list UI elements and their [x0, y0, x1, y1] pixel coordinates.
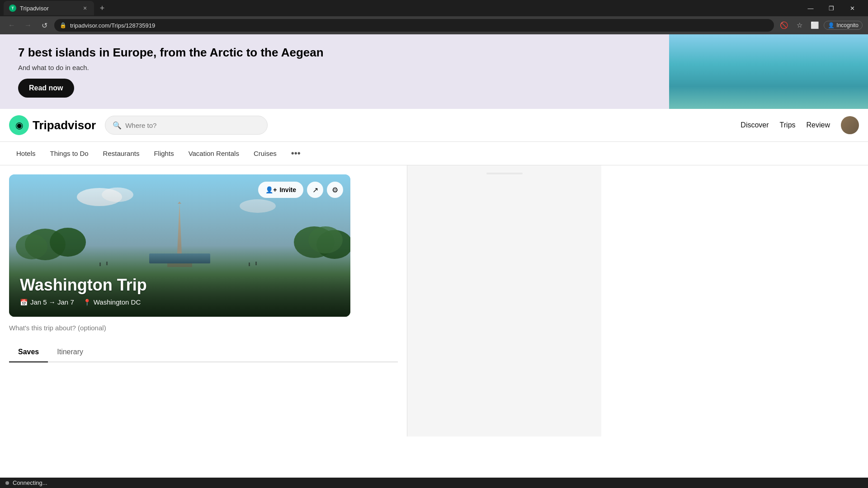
pin-icon: 📍	[83, 299, 91, 306]
banner-headline: 7 best islands in Europe, from the Arcti…	[18, 46, 651, 60]
incognito-label: Incognito	[836, 22, 859, 28]
nav-item-flights[interactable]: Flights	[146, 143, 181, 164]
incognito-badge[interactable]: 👤 Incognito	[824, 21, 863, 30]
trip-location-meta: 📍 Washington DC	[83, 298, 141, 306]
user-avatar[interactable]	[841, 116, 859, 134]
trip-tabs: Saves Itinerary	[9, 343, 398, 362]
tab-close-button[interactable]: ×	[81, 5, 89, 12]
trip-description-text: What's this trip about? (optional)	[9, 324, 106, 332]
no-camera-icon[interactable]: 🚫	[778, 19, 790, 32]
search-icon: 🔍	[113, 121, 122, 130]
article-banner: 7 best islands in Europe, from the Arcti…	[0, 34, 868, 109]
invite-button[interactable]: 👤+ Invite	[258, 182, 303, 198]
invite-label: Invite	[279, 186, 296, 193]
window-minimize-button[interactable]: —	[800, 0, 821, 16]
header-nav: Discover Trips Review	[741, 116, 859, 134]
tab-title: Tripadvisor	[20, 5, 78, 12]
nav-item-restaurants[interactable]: Restaurants	[96, 143, 147, 164]
main-layout: 👤+ Invite ↗ ⚙ Washington Trip 📅	[0, 165, 868, 436]
banner-image	[669, 34, 868, 109]
logo-text: Tripadvisor	[33, 118, 96, 132]
search-input[interactable]	[125, 122, 260, 129]
share-icon: ↗	[312, 186, 318, 194]
share-button[interactable]: ↗	[307, 182, 323, 198]
trip-date: Jan 5 → Jan 7	[30, 298, 74, 306]
window-close-button[interactable]: ✕	[842, 0, 863, 16]
incognito-icon: 👤	[828, 22, 835, 28]
tab-saves[interactable]: Saves	[9, 343, 48, 362]
trip-hero-card: 👤+ Invite ↗ ⚙ Washington Trip 📅	[9, 174, 350, 317]
settings-button[interactable]: ⚙	[327, 182, 343, 198]
main-content: 👤+ Invite ↗ ⚙ Washington Trip 📅	[0, 165, 407, 436]
trip-title: Washington Trip	[20, 276, 147, 295]
back-button[interactable]: ←	[5, 19, 18, 32]
logo-icon	[9, 115, 29, 135]
toolbar-icons: 🚫 ☆ ⬜ 👤 Incognito	[778, 19, 863, 32]
forward-button[interactable]: →	[22, 19, 34, 32]
refresh-button[interactable]: ↺	[38, 19, 51, 32]
nav-more-button[interactable]: •••	[284, 142, 308, 165]
review-nav-link[interactable]: Review	[807, 121, 830, 129]
site-header: Tripadvisor 🔍 Discover Trips Review	[0, 109, 868, 142]
cast-icon[interactable]: ⬜	[808, 19, 821, 32]
bookmark-icon[interactable]: ☆	[793, 19, 806, 32]
read-now-button[interactable]: Read now	[18, 79, 74, 98]
nav-more-icon: •••	[291, 148, 301, 159]
banner-subtext: And what to do in each.	[18, 64, 651, 71]
tripadvisor-logo[interactable]: Tripadvisor	[9, 115, 96, 135]
browser-chrome: T Tripadvisor × + — ❐ ✕ ← → ↺ 🔒 tripadvi…	[0, 0, 868, 34]
trip-meta: 📅 Jan 5 → Jan 7 📍 Washington DC	[20, 298, 147, 306]
new-tab-button[interactable]: +	[96, 2, 108, 14]
nav-item-cruises[interactable]: Cruises	[246, 143, 284, 164]
invite-icon: 👤+	[265, 186, 277, 193]
tab-favicon: T	[9, 5, 16, 12]
lock-icon: 🔒	[60, 22, 66, 28]
trip-card-info: Washington Trip 📅 Jan 5 → Jan 7 📍 Washin…	[20, 276, 147, 306]
search-bar[interactable]: 🔍	[105, 116, 268, 135]
nav-item-hotels[interactable]: Hotels	[9, 143, 43, 164]
banner-image-inner	[669, 34, 868, 109]
trip-location: Washington DC	[94, 298, 141, 306]
tab-itinerary[interactable]: Itinerary	[48, 343, 92, 362]
browser-tab-active[interactable]: T Tripadvisor ×	[4, 1, 94, 15]
nav-item-things-to-do[interactable]: Things to Do	[43, 143, 96, 164]
tab-bar-right: — ❐ ✕	[110, 0, 864, 16]
window-maximize-button[interactable]: ❐	[821, 0, 842, 16]
trip-card-actions: 👤+ Invite ↗ ⚙	[258, 182, 343, 198]
browser-toolbar: ← → ↺ 🔒 tripadvisor.com/Trips/128735919 …	[0, 16, 868, 34]
trip-date-meta: 📅 Jan 5 → Jan 7	[20, 298, 74, 306]
discover-nav-link[interactable]: Discover	[741, 121, 769, 129]
trips-nav-link[interactable]: Trips	[780, 121, 796, 129]
banner-text-area: 7 best islands in Europe, from the Arcti…	[0, 34, 669, 109]
address-bar[interactable]: 🔒 tripadvisor.com/Trips/128735919	[54, 19, 774, 32]
url-text: tripadvisor.com/Trips/128735919	[70, 22, 155, 29]
page-content: 7 best islands in Europe, from the Arcti…	[0, 34, 868, 436]
browser-tab-bar: T Tripadvisor × + — ❐ ✕	[0, 0, 868, 16]
category-nav-bar: Hotels Things to Do Restaurants Flights …	[0, 142, 868, 165]
nav-item-vacation-rentals[interactable]: Vacation Rentals	[181, 143, 246, 164]
gear-icon: ⚙	[332, 186, 338, 194]
calendar-icon: 📅	[20, 299, 28, 306]
right-sidebar	[407, 165, 601, 436]
trip-description[interactable]: What's this trip about? (optional)	[9, 317, 398, 339]
